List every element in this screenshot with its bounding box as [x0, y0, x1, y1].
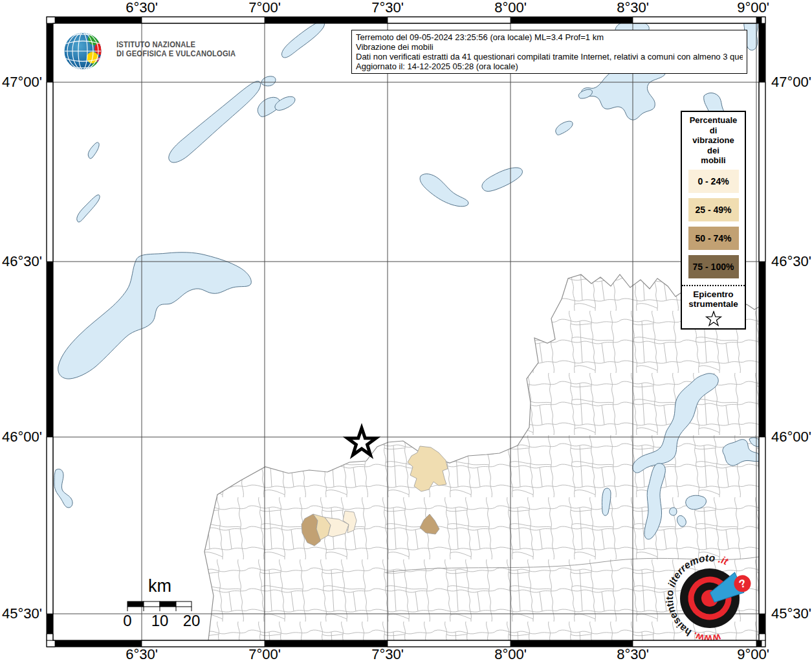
scale-tick-label: 20 — [183, 612, 201, 630]
axis-label-left: 45°30' — [2, 605, 42, 622]
legend-swatch-50-74: 50 - 74% — [688, 227, 739, 250]
legend-epicenter-line: Epicentro — [682, 289, 745, 300]
map-root: { "header": { "institute_line1": "ISTITU… — [0, 0, 812, 663]
axis-label-bottom: 8°30' — [617, 646, 649, 663]
lake — [77, 195, 100, 222]
legend-swatch-25-49: 25 - 49% — [688, 198, 739, 221]
info-line-updated: Aggiornato il: 14-12-2025 05:28 (ora loc… — [356, 62, 743, 71]
axis-label-right: 46°00' — [771, 429, 811, 445]
legend-epicenter-label: Epicentro strumentale — [682, 289, 745, 309]
earthquake-info-box: Terremoto del 09-05-2024 23:25:56 (ora l… — [351, 30, 747, 74]
ingv-name-line1: ISTITUTO NAZIONALE — [116, 40, 195, 49]
legend-divider — [682, 285, 745, 286]
map-canvas: ? www. haisentito ilterremoto .it — [0, 0, 812, 663]
legend-panel: Percentuale di vibrazione dei mobili 0 -… — [681, 111, 746, 330]
legend-title-line: mobili — [682, 155, 745, 166]
epicenter-star — [347, 428, 376, 455]
axis-label-left: 47°00' — [2, 74, 42, 91]
scale-bar — [127, 601, 192, 611]
axis-label-bottom: 7°00' — [248, 646, 281, 663]
ingv-logo — [65, 32, 108, 73]
map-content: ? www. haisentito ilterremoto .it — [53, 19, 766, 656]
axis-label-bottom: 7°30' — [371, 646, 404, 663]
axis-label-left: 46°00' — [2, 429, 42, 445]
axis-label-right: 45°30' — [771, 605, 811, 622]
legend-title-line: dei — [682, 146, 745, 156]
legend-star-icon — [705, 311, 723, 328]
legend-swatch-75-100: 75 - 100% — [688, 255, 739, 278]
lake — [482, 168, 523, 192]
lake — [281, 21, 324, 58]
lake — [556, 121, 573, 135]
axis-label-top: 7°00' — [248, 0, 281, 16]
ingv-name-line2: DI GEOFISICA E VULCANOLOGIA — [116, 49, 236, 58]
info-line-data-note: Dati non verificati estratti da 41 quest… — [356, 52, 743, 62]
axis-label-right: 47°00' — [771, 74, 811, 91]
lake — [54, 469, 72, 508]
axis-label-top: 9°00' — [737, 0, 769, 16]
lake — [169, 81, 261, 163]
legend-title-line: vibrazione — [682, 135, 745, 146]
legend-title-line: di — [682, 126, 745, 136]
legend-title: Percentuale di vibrazione dei mobili — [682, 112, 745, 166]
legend-epicenter-line: strumentale — [682, 299, 745, 309]
axis-label-bottom: 9°00' — [737, 646, 769, 663]
lake — [420, 174, 468, 207]
info-line-event: Terremoto del 09-05-2024 23:25:56 (ora l… — [356, 32, 743, 42]
legend-swatch-0-24: 0 - 24% — [688, 170, 739, 193]
legend-title-line: Percentuale — [682, 115, 745, 126]
axis-label-top: 7°30' — [371, 0, 404, 16]
lake — [88, 142, 99, 159]
axis-label-top: 8°30' — [617, 0, 649, 16]
axis-label-bottom: 8°00' — [494, 646, 527, 663]
lake — [261, 76, 276, 86]
axis-label-top: 8°00' — [494, 0, 527, 16]
info-line-map-type: Vibrazione dei mobili — [356, 42, 743, 52]
scale-unit-label: km — [148, 576, 171, 596]
lake — [58, 253, 252, 379]
scale-tick-label: 0 — [123, 612, 131, 630]
lake — [670, 508, 677, 515]
axis-label-top: 6°30' — [126, 0, 158, 16]
axis-label-right: 46°30' — [771, 253, 811, 270]
axis-label-left: 46°30' — [2, 253, 42, 270]
scale-tick-label: 10 — [151, 612, 169, 630]
lake — [578, 89, 592, 98]
axis-label-bottom: 6°30' — [126, 646, 158, 663]
